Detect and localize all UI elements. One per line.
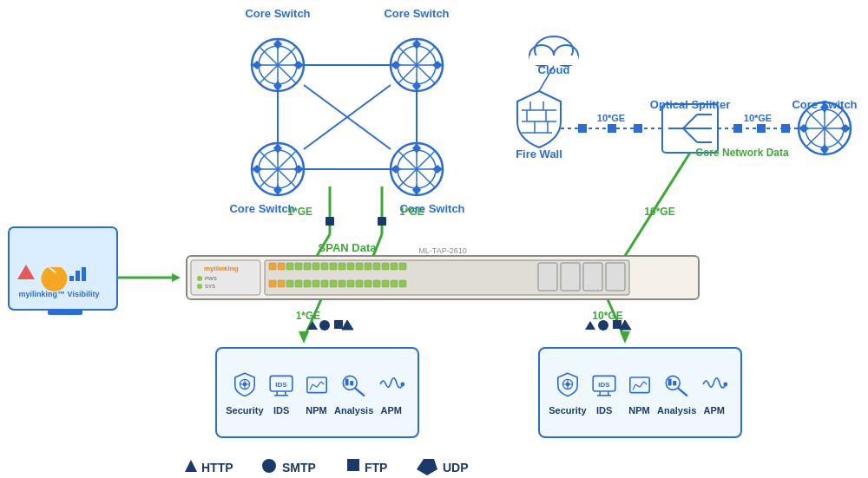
- svg-line-136: [625, 153, 690, 256]
- left-apm-item: APM: [374, 370, 409, 416]
- svg-marker-144: [620, 331, 630, 344]
- svg-rect-114: [304, 280, 311, 287]
- ge-out-right-label: 10*GE: [592, 310, 622, 322]
- svg-rect-84: [733, 124, 742, 133]
- svg-rect-115: [312, 280, 319, 287]
- svg-marker-17: [412, 81, 421, 91]
- svg-line-174: [317, 381, 321, 386]
- svg-rect-141: [334, 320, 343, 329]
- svg-rect-124: [391, 280, 398, 287]
- legend-smtp-label: SMTP: [282, 461, 316, 475]
- svg-rect-153: [48, 310, 82, 315]
- svg-line-172: [310, 384, 312, 390]
- svg-rect-95: [278, 263, 285, 270]
- svg-rect-106: [373, 263, 380, 270]
- core-network-data-label: Core Network Data: [695, 147, 789, 159]
- svg-line-175: [320, 381, 323, 383]
- svg-point-140: [319, 320, 330, 331]
- device-model-label: ML-TAP-2610: [418, 246, 466, 255]
- svg-point-161: [243, 382, 247, 386]
- svg-marker-38: [391, 165, 401, 174]
- svg-line-177: [355, 388, 364, 395]
- svg-rect-98: [304, 263, 311, 270]
- svg-rect-128: [583, 263, 602, 291]
- svg-point-201: [723, 382, 727, 386]
- svg-marker-47: [820, 144, 829, 154]
- svg-rect-94: [269, 263, 276, 270]
- svg-marker-9: [293, 61, 304, 69]
- svg-text:IDS: IDS: [598, 381, 610, 389]
- left-npm-item: NPM: [299, 370, 334, 416]
- left-ids-icon: IDS: [267, 370, 295, 402]
- ge-out-left-label: 1*GE: [296, 310, 321, 322]
- svg-rect-104: [356, 263, 363, 270]
- svg-rect-118: [339, 280, 345, 287]
- svg-marker-138: [299, 331, 309, 344]
- svg-rect-96: [286, 263, 293, 270]
- svg-rect-99: [312, 263, 319, 270]
- svg-marker-8: [252, 61, 262, 69]
- left-npm-icon: [303, 370, 331, 402]
- svg-rect-120: [356, 280, 363, 287]
- svg-rect-123: [382, 280, 389, 287]
- left-security-icon: [231, 370, 259, 402]
- svg-marker-16: [412, 39, 421, 49]
- svg-marker-39: [432, 165, 443, 174]
- legend-ftp-label: FTP: [365, 461, 387, 475]
- right-security-icon: [554, 370, 582, 402]
- svg-line-194: [635, 384, 640, 387]
- svg-text:IDS: IDS: [275, 381, 287, 389]
- core-switch-bottom-right: [391, 143, 443, 195]
- right-ids-item: IDS IDS: [587, 370, 621, 416]
- core-switch-top-right-label: Core Switch: [384, 7, 449, 20]
- svg-rect-111: [278, 280, 285, 287]
- logo-text: myilinking™ Visibility: [19, 290, 100, 298]
- cloud-label: Cloud: [538, 63, 570, 76]
- svg-rect-135: [378, 217, 386, 226]
- svg-marker-36: [412, 143, 421, 154]
- svg-rect-122: [373, 280, 380, 287]
- right-security-label: Security: [549, 405, 586, 416]
- right-apm-icon: [700, 370, 728, 402]
- svg-rect-112: [286, 280, 293, 287]
- svg-marker-155: [172, 273, 181, 282]
- svg-marker-49: [840, 124, 851, 133]
- svg-line-74: [683, 128, 697, 142]
- right-tool-box: Security IDS IDS: [538, 347, 742, 438]
- right-apm-item: APM: [697, 370, 732, 416]
- svg-marker-6: [273, 39, 282, 49]
- svg-marker-145: [585, 321, 595, 330]
- span-data-label: SPAN Data: [319, 241, 378, 254]
- svg-point-89: [197, 276, 202, 281]
- svg-rect-101: [330, 263, 337, 270]
- svg-rect-113: [295, 280, 302, 287]
- svg-rect-85: [757, 124, 766, 133]
- legend-udp-label: UDP: [443, 461, 469, 475]
- svg-rect-152: [82, 267, 86, 281]
- right-security-item: Security: [549, 370, 586, 416]
- svg-rect-110: [269, 280, 276, 287]
- left-ids-item: IDS IDS: [264, 370, 299, 416]
- svg-marker-7: [273, 81, 282, 91]
- svg-rect-171: [306, 377, 326, 393]
- svg-rect-178: [345, 378, 348, 385]
- svg-rect-126: [538, 263, 557, 291]
- svg-point-157: [262, 459, 276, 473]
- svg-rect-105: [365, 263, 372, 270]
- svg-line-72: [683, 115, 697, 128]
- core-switch-bottom-left: [252, 143, 304, 195]
- left-tool-box: Security IDS IDS: [215, 347, 419, 438]
- svg-line-173: [312, 384, 317, 387]
- core-switch-top-left: [252, 39, 304, 91]
- svg-rect-82: [634, 124, 642, 133]
- right-ids-label: IDS: [596, 405, 612, 416]
- right-analysis-label: Analysis: [657, 405, 696, 416]
- svg-rect-103: [347, 263, 354, 270]
- left-analysis-label: Analysis: [334, 405, 373, 416]
- ge-10-right-label: 10*GE: [744, 113, 772, 123]
- svg-marker-18: [391, 61, 401, 69]
- device-brand: myilinking: [204, 265, 239, 272]
- svg-point-180: [400, 382, 404, 386]
- svg-rect-80: [578, 124, 587, 133]
- svg-rect-86: [781, 124, 790, 133]
